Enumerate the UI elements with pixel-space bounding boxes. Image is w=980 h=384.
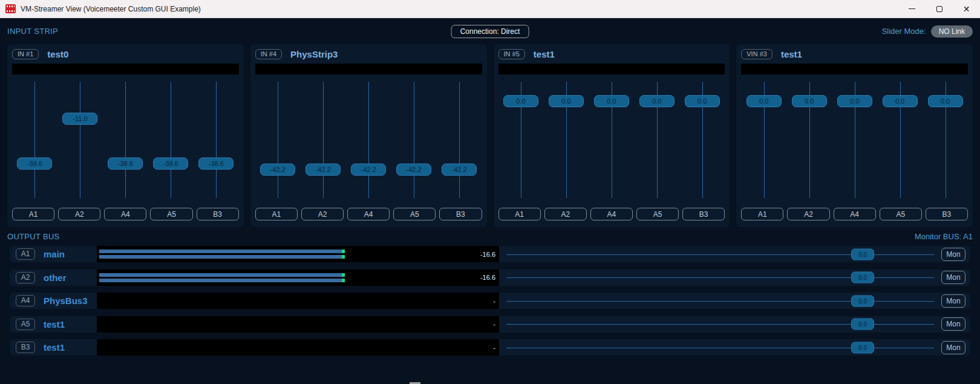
route-button[interactable]: A4 <box>834 208 876 220</box>
monitor-button[interactable]: Mon <box>941 271 965 284</box>
bus-id-badge: A4 <box>16 295 35 306</box>
maximize-button[interactable] <box>926 0 953 18</box>
route-button[interactable]: A5 <box>636 208 679 220</box>
route-button[interactable]: A4 <box>347 208 390 220</box>
close-button[interactable]: ✕ <box>953 0 980 18</box>
route-button[interactable]: A4 <box>590 208 633 220</box>
gain-slider[interactable]: -38.6 <box>12 77 57 203</box>
gain-slider[interactable]: 0.0 <box>679 77 725 203</box>
bus-gain-slider[interactable]: 0.0 <box>506 316 934 333</box>
route-button[interactable]: A1 <box>498 208 541 220</box>
route-button[interactable]: A1 <box>741 208 783 220</box>
monitor-button[interactable]: Mon <box>941 294 965 308</box>
slider-handle[interactable]: 0.0 <box>851 248 874 260</box>
strip-level-meter <box>255 64 482 74</box>
output-bus-row: A5 test1 - 0.0 Mon <box>10 316 970 333</box>
strip-header: IN #4 PhysStrip3 <box>250 44 487 62</box>
route-button[interactable]: A5 <box>150 208 192 220</box>
gain-slider[interactable]: -42.2 <box>301 77 346 203</box>
slider-handle[interactable]: 0.0 <box>851 342 874 353</box>
strip-level-meter <box>498 64 725 74</box>
route-button[interactable]: B3 <box>926 208 968 220</box>
route-button[interactable]: A2 <box>58 208 100 220</box>
strip-header: VIN #3 test1 <box>736 44 973 62</box>
gain-slider[interactable]: 0.0 <box>877 77 923 203</box>
gain-slider[interactable]: 0.0 <box>498 77 544 203</box>
gain-slider[interactable]: -11.0 <box>57 77 103 203</box>
slider-handle[interactable]: -38.6 <box>108 157 143 170</box>
input-strip-panel: VIN #3 test1 0.0 0.0 0.0 0.0 0.0 A1A2A4A… <box>736 44 973 227</box>
slider-handle[interactable]: -38.6 <box>17 157 52 170</box>
route-button[interactable]: A2 <box>544 208 587 220</box>
meter-fill <box>99 273 342 277</box>
slider-handle[interactable]: 0.0 <box>639 95 675 107</box>
strip-level-meter <box>12 64 239 74</box>
slider-handle[interactable]: -38.6 <box>153 157 188 170</box>
bus-gain-slider[interactable]: 0.0 <box>506 270 934 286</box>
slider-handle[interactable]: -42.2 <box>305 164 341 176</box>
slider-handle[interactable]: 0.0 <box>594 95 629 107</box>
slider-handle[interactable]: 0.0 <box>883 95 918 107</box>
gain-slider[interactable]: 0.0 <box>589 77 634 203</box>
meter-fill <box>99 250 342 253</box>
gain-slider[interactable]: -38.6 <box>103 77 148 203</box>
connection-button[interactable]: Connection: Direct <box>451 25 529 38</box>
slider-mode-toggle[interactable]: NO Link <box>931 25 973 38</box>
slider-track <box>216 82 217 198</box>
route-button[interactable]: B3 <box>439 208 482 220</box>
gain-slider[interactable]: 0.0 <box>543 77 589 203</box>
monitor-button[interactable]: Mon <box>941 341 965 354</box>
bus-gain-slider[interactable]: 0.0 <box>506 293 934 309</box>
bus-id-badge: B3 <box>16 342 35 353</box>
gain-slider[interactable]: -38.6 <box>148 77 194 203</box>
gain-slider[interactable]: 0.0 <box>832 77 877 203</box>
route-button[interactable]: B3 <box>197 208 239 220</box>
slider-handle[interactable]: 0.0 <box>685 95 720 107</box>
gain-slider[interactable]: 0.0 <box>741 77 786 203</box>
gain-slider[interactable]: -42.2 <box>391 77 437 203</box>
slider-handle[interactable]: 0.0 <box>837 95 872 107</box>
gain-slider[interactable]: -42.2 <box>437 77 482 203</box>
gain-slider[interactable]: -42.2 <box>346 77 391 203</box>
route-button[interactable]: A5 <box>880 208 922 220</box>
slider-handle[interactable]: -38.6 <box>198 157 234 170</box>
bus-id-badge: A1 <box>16 248 35 260</box>
route-button[interactable]: A1 <box>12 208 54 220</box>
slider-handle[interactable]: 0.0 <box>851 295 874 306</box>
slider-handle[interactable]: -42.2 <box>396 164 431 176</box>
slider-handle[interactable]: 0.0 <box>851 272 874 283</box>
slider-handle[interactable]: -42.2 <box>442 164 477 176</box>
meter-peak <box>342 279 345 282</box>
minimize-button[interactable] <box>898 0 926 18</box>
bus-gain-slider[interactable]: 0.0 <box>506 246 934 262</box>
route-button[interactable]: A2 <box>787 208 829 220</box>
route-button[interactable]: A2 <box>301 208 344 220</box>
slider-handle[interactable]: 0.0 <box>851 319 874 330</box>
bus-name: PhysBus3 <box>44 296 97 306</box>
output-bus-row: A2 other -16.6 0.0 Mon <box>10 270 970 286</box>
slider-handle[interactable]: 0.0 <box>792 95 827 107</box>
bus-level-value: -16.6 <box>480 270 495 286</box>
slider-handle[interactable]: -42.2 <box>351 164 386 176</box>
slider-handle[interactable]: -11.0 <box>62 113 97 125</box>
monitor-button[interactable]: Mon <box>941 248 965 261</box>
route-button[interactable]: A5 <box>393 208 436 220</box>
slider-handle[interactable]: -42.2 <box>260 164 295 176</box>
slider-handle[interactable]: 0.0 <box>549 95 584 107</box>
gain-slider[interactable]: -38.6 <box>194 77 239 203</box>
input-strip-panel: IN #5 test1 0.0 0.0 0.0 0.0 0.0 A1A2A4A5… <box>494 44 730 227</box>
route-button[interactable]: A1 <box>255 208 298 220</box>
monitor-button[interactable]: Mon <box>941 317 965 331</box>
gain-slider[interactable]: 0.0 <box>923 77 968 203</box>
bus-level-meter: - <box>97 293 499 309</box>
output-bus-row: A1 main -16.6 0.0 Mon <box>10 246 970 262</box>
slider-handle[interactable]: 0.0 <box>928 95 963 107</box>
route-button[interactable]: A4 <box>104 208 146 220</box>
bus-gain-slider[interactable]: 0.0 <box>506 339 934 356</box>
route-button[interactable]: B3 <box>682 208 725 220</box>
slider-handle[interactable]: 0.0 <box>503 95 538 107</box>
slider-handle[interactable]: 0.0 <box>746 95 782 107</box>
gain-slider[interactable]: 0.0 <box>786 77 832 203</box>
gain-slider[interactable]: 0.0 <box>634 77 679 203</box>
gain-slider[interactable]: -42.2 <box>255 77 301 203</box>
